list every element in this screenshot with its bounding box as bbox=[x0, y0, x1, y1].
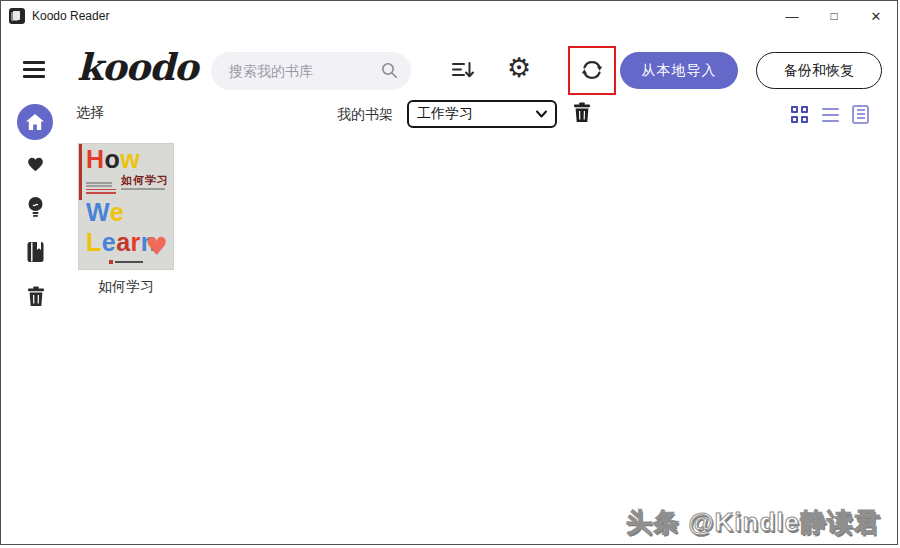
cover-word-we: We bbox=[86, 200, 124, 225]
search-box[interactable] bbox=[211, 52, 411, 90]
minimize-button[interactable]: — bbox=[771, 1, 813, 31]
sidebar-item-highlights[interactable] bbox=[27, 196, 44, 220]
app-logo-icon bbox=[9, 8, 25, 24]
app-window: Koodo Reader — □ ✕ koodo ⚙ bbox=[0, 0, 898, 545]
settings-gear-icon[interactable]: ⚙ bbox=[507, 54, 531, 81]
shelf-label: 我的书架 bbox=[337, 106, 393, 124]
sidebar-item-home[interactable] bbox=[17, 104, 53, 140]
home-icon bbox=[26, 114, 44, 130]
maximize-button[interactable]: □ bbox=[813, 1, 855, 31]
cover-spine-stripe bbox=[79, 144, 82, 200]
heart-icon bbox=[26, 155, 45, 172]
book-cover[interactable]: How 如何学习 We Learn ♥ bbox=[79, 144, 173, 269]
sidebar-item-trash[interactable] bbox=[27, 286, 45, 307]
backup-restore-button[interactable]: 备份和恢复 bbox=[756, 52, 882, 89]
sort-icon[interactable] bbox=[450, 58, 476, 82]
cover-decor-lines bbox=[86, 182, 116, 196]
delete-shelf-trash-icon[interactable] bbox=[573, 102, 591, 123]
grid-view-icon[interactable] bbox=[791, 106, 809, 124]
trash-icon bbox=[27, 286, 45, 307]
sidebar-item-favorites[interactable] bbox=[26, 155, 45, 172]
book-title-caption: 如何学习 bbox=[79, 278, 173, 296]
notebook-icon bbox=[26, 241, 45, 263]
lightbulb-icon bbox=[27, 196, 44, 220]
sidebar-item-notes[interactable] bbox=[26, 241, 45, 263]
cover-publisher-mark bbox=[109, 260, 143, 264]
chevron-down-icon bbox=[536, 110, 547, 118]
search-icon bbox=[381, 62, 398, 79]
cover-heart-icon: ♥ bbox=[146, 234, 168, 259]
list-view-icon[interactable] bbox=[822, 108, 839, 122]
window-title: Koodo Reader bbox=[32, 9, 109, 23]
shelf-select-value: 工作学习 bbox=[409, 105, 536, 123]
search-input[interactable] bbox=[229, 52, 379, 90]
import-local-button[interactable]: 从本地导入 bbox=[620, 52, 738, 89]
window-controls: — □ ✕ bbox=[771, 1, 897, 31]
cover-chinese-title: 如何学习 bbox=[121, 173, 169, 188]
select-mode-button[interactable]: 选择 bbox=[76, 104, 104, 122]
sync-refresh-icon[interactable] bbox=[578, 56, 606, 84]
book-card[interactable]: How 如何学习 We Learn ♥ 如何学习 bbox=[79, 144, 173, 296]
title-bar: Koodo Reader — □ ✕ bbox=[1, 1, 897, 31]
close-button[interactable]: ✕ bbox=[855, 1, 897, 31]
view-mode-switcher bbox=[791, 105, 877, 125]
cover-word-how: How bbox=[86, 147, 140, 172]
menu-hamburger-icon[interactable] bbox=[23, 61, 45, 78]
cover-subtitle-line bbox=[121, 188, 165, 190]
shelf-select-dropdown[interactable]: 工作学习 bbox=[407, 100, 557, 128]
detail-view-icon[interactable] bbox=[852, 105, 869, 124]
watermark-text: 头条 @Kindle静读君 bbox=[626, 505, 881, 540]
app-logo-text: koodo bbox=[77, 45, 198, 89]
